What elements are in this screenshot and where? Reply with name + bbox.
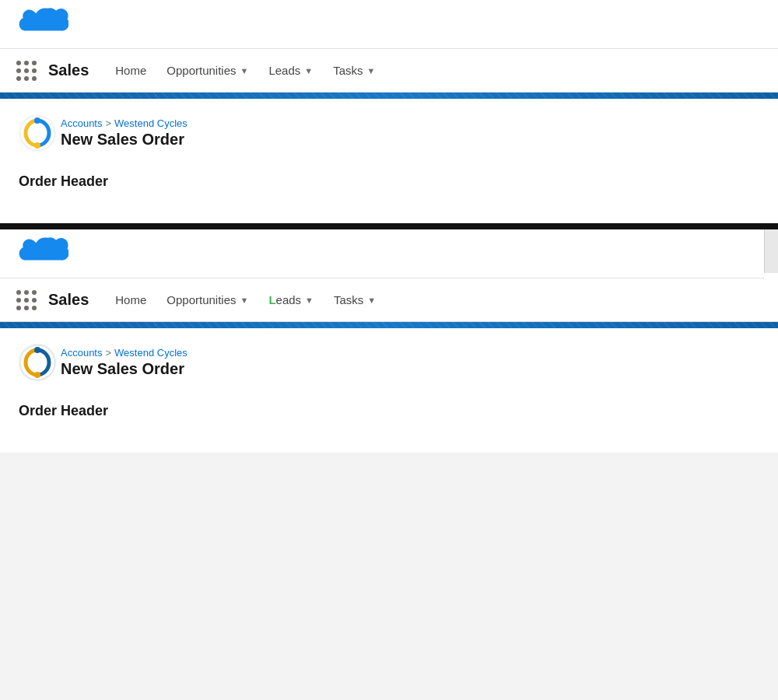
nav-home-1[interactable]: Home	[107, 49, 154, 93]
tasks-chevron-1: ▼	[367, 66, 376, 75]
breadcrumb-text-1: Accounts > Westend Cycles New Sales Orde…	[61, 117, 187, 149]
nav-bar-2: Sales Home Opportunities ▼ Leads ▼ Tasks…	[0, 278, 778, 322]
panel-1: Sales Home Opportunities ▼ Leads ▼ Tasks…	[0, 0, 778, 223]
app-launcher-2[interactable]	[12, 286, 40, 314]
page-icon-2	[19, 344, 56, 381]
svg-point-3	[34, 142, 40, 149]
breadcrumb-links-2: Accounts > Westend Cycles	[61, 347, 187, 359]
parent-link-1[interactable]: Westend Cycles	[114, 117, 187, 129]
nav-opportunities-2[interactable]: Opportunities ▼	[159, 278, 256, 322]
breadcrumb-row-2: Accounts > Westend Cycles New Sales Orde…	[19, 344, 759, 381]
accounts-link-2[interactable]: Accounts	[61, 347, 102, 359]
opportunities-chevron-2: ▼	[240, 296, 249, 305]
top-bar-1	[0, 0, 778, 49]
nav-leads-2[interactable]: Leads ▼	[261, 278, 321, 322]
blue-stripe-1	[0, 93, 778, 99]
blue-stripe-2	[0, 322, 778, 328]
page-icon-1	[19, 114, 56, 152]
nav-tasks-2[interactable]: Tasks ▼	[326, 278, 384, 322]
top-bar-2	[0, 229, 764, 278]
panel-divider	[0, 223, 778, 229]
app-name-2: Sales	[48, 291, 89, 309]
accounts-link-1[interactable]: Accounts	[61, 117, 102, 129]
svg-point-6	[34, 347, 40, 353]
leads-chevron-1: ▼	[304, 66, 313, 75]
page-title-1: New Sales Order	[61, 131, 187, 149]
breadcrumb-sep-2: >	[105, 347, 111, 359]
breadcrumb-row-1: Accounts > Westend Cycles New Sales Orde…	[19, 114, 759, 152]
opportunities-chevron-1: ▼	[240, 66, 249, 75]
nav-home-2[interactable]: Home	[107, 278, 154, 322]
content-area-2: Accounts > Westend Cycles New Sales Orde…	[0, 328, 778, 453]
app-launcher-1[interactable]	[12, 57, 40, 85]
nav-leads-1[interactable]: Leads ▼	[261, 49, 321, 93]
breadcrumb-text-2: Accounts > Westend Cycles New Sales Orde…	[61, 347, 187, 378]
nav-bar-1: Sales Home Opportunities ▼ Leads ▼ Tasks…	[0, 49, 778, 93]
leads-chevron-2: ▼	[305, 296, 314, 305]
salesforce-logo-1[interactable]	[12, 6, 68, 44]
app-name-1: Sales	[48, 61, 89, 79]
breadcrumb-links-1: Accounts > Westend Cycles	[61, 117, 187, 129]
svg-point-2	[34, 117, 40, 124]
nav-tasks-1[interactable]: Tasks ▼	[325, 49, 383, 93]
salesforce-logo-2[interactable]	[12, 236, 68, 273]
nav-opportunities-1[interactable]: Opportunities ▼	[159, 49, 256, 93]
page-title-2: New Sales Order	[61, 360, 187, 378]
parent-link-2[interactable]: Westend Cycles	[114, 347, 187, 359]
tasks-chevron-2: ▼	[367, 296, 376, 305]
svg-point-7	[34, 372, 40, 378]
top-bar-2-wrapper	[0, 229, 778, 278]
content-area-1: Accounts > Westend Cycles New Sales Orde…	[0, 99, 778, 223]
section-title-2: Order Header	[19, 397, 759, 419]
panel-2: Sales Home Opportunities ▼ Leads ▼ Tasks…	[0, 229, 778, 453]
right-sidebar-hint	[764, 229, 778, 273]
section-title-1: Order Header	[19, 167, 759, 190]
leads-l-char: L	[268, 293, 275, 306]
breadcrumb-sep-1: >	[105, 117, 111, 129]
